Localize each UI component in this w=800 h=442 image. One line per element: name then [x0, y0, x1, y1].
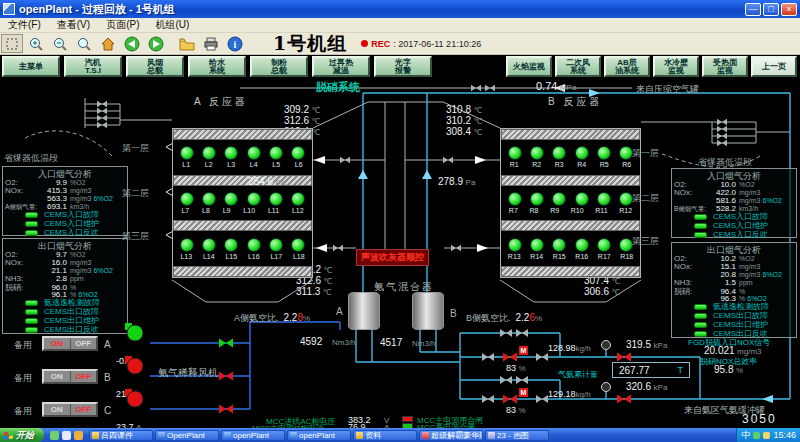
- damper-valve-icon[interactable]: [717, 140, 727, 147]
- ammonia-valve-icon[interactable]: [536, 353, 548, 361]
- damper-valve-icon[interactable]: [333, 245, 343, 252]
- status-lamp-green: [552, 192, 566, 206]
- closed-valve-icon[interactable]: [617, 394, 631, 403]
- ammonia-valve-icon[interactable]: [482, 395, 494, 403]
- lamp-row: [173, 238, 312, 252]
- back-icon[interactable]: [121, 34, 143, 53]
- taskbar-task-button[interactable]: 资料: [353, 430, 417, 441]
- taskbar-task-button[interactable]: 23 - 画图: [485, 430, 549, 441]
- menu-item[interactable]: 查看(V): [49, 18, 98, 32]
- status-lamp-green: [247, 192, 261, 206]
- minimize-button[interactable]: —: [745, 3, 761, 16]
- zoom-out-icon[interactable]: [49, 34, 71, 53]
- ammonia-pressure-2: 320.6 kPa: [626, 381, 667, 392]
- damper-valve-icon[interactable]: [717, 133, 727, 140]
- zoom-in-icon[interactable]: [25, 34, 47, 53]
- closed-valve-icon[interactable]: [617, 352, 631, 361]
- catalyst-band: [173, 220, 312, 231]
- toolbar: i 1号机组 REC : 2017-06-11 21:10:26: [0, 33, 800, 55]
- tray-icon[interactable]: [753, 432, 760, 439]
- ammonia-valve-icon[interactable]: [516, 376, 528, 384]
- nav-button[interactable]: 二次风 系统: [555, 56, 601, 77]
- damper-valve-icon[interactable]: [97, 101, 107, 108]
- damper-valve-icon[interactable]: [717, 119, 727, 126]
- ammonia-valve-icon[interactable]: [516, 329, 528, 337]
- nav-button[interactable]: 过再热 减温: [312, 56, 370, 77]
- motor-control-valve-icon[interactable]: [503, 352, 517, 361]
- nav-button[interactable]: 风烟 总貌: [126, 56, 184, 77]
- nav-button[interactable]: 给水 系统: [188, 56, 246, 77]
- tray-icon[interactable]: [763, 432, 770, 439]
- nav-button[interactable]: 水冷壁 监视: [653, 56, 699, 77]
- row-corrected-tag: 6%O2: [93, 267, 112, 274]
- close-button[interactable]: ×: [781, 3, 797, 16]
- ammonia-valve-icon[interactable]: [500, 376, 512, 384]
- indicator-lamp-green-icon: [694, 322, 707, 328]
- taskbar-task-button[interactable]: OpenPlant: [155, 430, 219, 441]
- ammonia-valve-icon[interactable]: [500, 329, 512, 337]
- quick-launch-icon[interactable]: [50, 431, 59, 440]
- folder-icon: [356, 432, 363, 439]
- legend-green-label: MCC备电源合闸: [417, 422, 475, 428]
- flow-arrow-icon: [422, 170, 432, 179]
- damper-valve-icon[interactable]: [471, 85, 481, 92]
- nav-button[interactable]: 上一页: [751, 56, 797, 77]
- taskbar-task-button[interactable]: openPlant: [287, 430, 351, 441]
- on-off-switch[interactable]: ONOFF: [42, 369, 98, 384]
- menu-item[interactable]: 文件(F): [0, 18, 49, 32]
- gas-analysis-row: NH3:2.8ppm: [5, 274, 125, 282]
- sootblower-button[interactable]: 声波吹灰器顺控: [356, 249, 429, 266]
- closed-valve-icon[interactable]: [219, 371, 233, 380]
- taskbar-task-button[interactable]: openPlant: [221, 430, 285, 441]
- nav-button[interactable]: 制粉 总貌: [250, 56, 308, 77]
- app-icon: [3, 3, 15, 15]
- status-lamp-green: [291, 192, 305, 206]
- nav-group-right: 火焰监视二次风 系统AB层 油系统水冷壁 监视受热面 监视上一页: [506, 56, 797, 77]
- forward-icon[interactable]: [145, 34, 167, 53]
- motor-control-valve-icon[interactable]: [503, 394, 517, 403]
- zoom-reset-icon[interactable]: [73, 34, 95, 53]
- ammonia-valve-icon[interactable]: [536, 395, 548, 403]
- nav-button[interactable]: 主菜单: [2, 56, 60, 77]
- closed-valve-icon[interactable]: [219, 404, 233, 413]
- maximize-button[interactable]: □: [763, 3, 779, 16]
- damper-valve-icon[interactable]: [451, 245, 461, 252]
- start-button[interactable]: 开始: [0, 428, 44, 442]
- damper-valve-icon[interactable]: [97, 122, 107, 129]
- open-folder-icon[interactable]: [176, 34, 198, 53]
- nav-button[interactable]: 火焰监视: [506, 56, 552, 77]
- taskbar-task-button[interactable]: 超级解霸豪华版: [419, 430, 483, 441]
- app-icon: [224, 432, 231, 439]
- damper-valve-icon[interactable]: [717, 126, 727, 133]
- taskbar-task-button[interactable]: 吕四课件: [89, 430, 153, 441]
- ammonia-valve-icon[interactable]: [482, 353, 494, 361]
- nav-button[interactable]: AB层 油系统: [604, 56, 650, 77]
- damper-valve-icon[interactable]: [340, 157, 350, 164]
- motor-valve-icon[interactable]: M: [519, 346, 528, 355]
- nav-button[interactable]: 光字 报警: [374, 56, 432, 77]
- damper-valve-icon[interactable]: [97, 115, 107, 122]
- quick-launch-icon[interactable]: [62, 431, 71, 440]
- gas-analysis-row: 脱硝:96.4%: [674, 286, 794, 294]
- on-off-switch[interactable]: ONOFF: [42, 402, 98, 417]
- status-lamp-green: [508, 146, 522, 160]
- paint-icon: [488, 432, 495, 439]
- home-icon[interactable]: [97, 34, 119, 53]
- damper-valve-icon[interactable]: [485, 85, 495, 92]
- select-tool-icon[interactable]: [1, 34, 23, 53]
- panel-title: 入口烟气分析: [5, 168, 125, 178]
- open-valve-icon[interactable]: [219, 338, 233, 347]
- menu-item[interactable]: 机组(U): [147, 18, 197, 32]
- on-off-switch[interactable]: ONOFF: [42, 336, 98, 351]
- info-icon[interactable]: i: [224, 34, 246, 53]
- nav-button[interactable]: 汽机 T.S.I: [64, 56, 122, 77]
- motor-valve-icon[interactable]: M: [519, 388, 528, 397]
- damper-valve-icon[interactable]: [443, 157, 453, 164]
- ime-indicator[interactable]: 中: [741, 429, 750, 442]
- print-icon[interactable]: [200, 34, 222, 53]
- damper-valve-icon[interactable]: [97, 108, 107, 115]
- quick-launch-icon[interactable]: [74, 431, 83, 440]
- nav-button[interactable]: 受热面 监视: [702, 56, 748, 77]
- gas-analysis-row: NOx:16.0mg/m3: [5, 258, 125, 266]
- menu-item[interactable]: 页面(P): [98, 18, 147, 32]
